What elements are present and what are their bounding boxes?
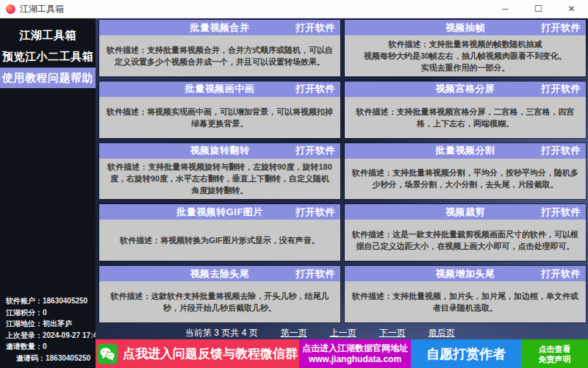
tool-card-video-to-gif: 批量视频转GIF图片 打开软件 软件描述：将视频转换为GIF图片形式显示，没有声…	[99, 204, 340, 261]
window-controls: ─ ☐ ✕	[489, 0, 588, 18]
wechat-group-label: 点我进入问题反馈与教程微信群	[123, 345, 298, 362]
tool-card-batch-split: 批量视频分割 打开软件 软件描述：支持批量将视频分割，平均分，按秒平均分，随机多…	[345, 143, 586, 200]
card-description: 软件描述：支持批量将视频宫格分屏，二宫格，三宫格，四宫格，上下左右，两端模糊。	[345, 97, 586, 138]
donate-author-button[interactable]: 自愿打赏作者	[411, 339, 521, 368]
account-info: 软件账户：18630405250 江湖积分：0 江湖地位：初出茅庐 上次登录：2…	[0, 295, 96, 368]
tool-card-rotate-flip: 视频旋转翻转 打开软件 软件描述：支持批量将视频旋转与翻转，左旋转90度，旋转1…	[99, 143, 340, 200]
card-header: 批量视频分割 打开软件	[345, 143, 586, 159]
window-title: 江湖工具箱	[20, 3, 489, 15]
open-software-button[interactable]: 打开软件	[295, 204, 335, 220]
card-description: 软件描述：支持批量将视频分割，平均分，按秒平均分，随机多少秒分，场景分割，大小分…	[345, 159, 586, 200]
card-header: 视频裁剪 打开软件	[345, 204, 586, 220]
website-url: www.jianghudata.com	[309, 354, 401, 365]
sidebar-item-preview-toolbox[interactable]: 预览江小二工具箱	[0, 46, 96, 67]
wechat-icon	[97, 344, 118, 364]
main-area: 批量视频合并 打开软件 软件描述：支持批量将视频合并，合并方式顺序或随机，可以自…	[96, 18, 588, 368]
card-description: 软件描述：将视频实现画中画，可以增加背景，可以将视频扣掉绿幕更换背景。	[99, 97, 340, 138]
card-title: 批量视频画中画	[185, 82, 255, 95]
card-title: 视频抽帧	[445, 21, 485, 35]
card-description: 软件描述：支持批量视频，加片头，加片尾，加边框，单文件或者目录随机选取。	[345, 281, 586, 322]
tool-card-add-head-tail: 视频增加头尾 打开软件 软件描述：支持批量视频，加片头，加片尾，加边框，单文件或…	[345, 266, 586, 322]
page-status: 当前第 3 页共 4 页	[185, 327, 258, 339]
sidebar: 江湖工具箱 预览江小二工具箱 使用教程问题帮助 软件账户：18630405250…	[0, 18, 96, 368]
official-website-button[interactable]: 点击进入江湖数据官网地址 www.jianghudata.com	[299, 339, 411, 368]
open-software-button[interactable]: 打开软件	[541, 266, 581, 281]
account-id: 软件账户：18630405250	[6, 295, 96, 307]
card-header: 批量视频转GIF图片 打开软件	[99, 204, 340, 220]
card-title: 批量视频合并	[190, 21, 250, 35]
maximize-button[interactable]: ☐	[522, 0, 555, 18]
account-last-login: 上次登录：2024-09-27 17:49:29	[6, 330, 96, 342]
sidebar-item-tutorial-help[interactable]: 使用教程问题帮助	[0, 68, 96, 88]
sidebar-item-toolbox[interactable]: 江湖工具箱	[0, 25, 96, 46]
first-page-link[interactable]: 第一页	[281, 327, 307, 339]
card-header: 批量视频画中画 打开软件	[99, 82, 340, 97]
account-invite-count: 邀请数量：0	[6, 341, 96, 353]
account-points: 江湖积分：0	[6, 307, 96, 319]
card-description: 软件描述：将视频转换为GIF图片形式显示，没有声音。	[99, 220, 340, 261]
tool-card-grid-splitscreen: 视频宫格分屏 打开软件 软件描述：支持批量将视频宫格分屏，二宫格，三宫格，四宫格…	[345, 82, 586, 138]
minimize-button[interactable]: ─	[489, 0, 522, 18]
app-logo-icon	[6, 4, 15, 14]
card-header: 视频去除头尾 打开软件	[99, 266, 340, 281]
last-page-link[interactable]: 最后页	[429, 327, 455, 339]
open-software-button[interactable]: 打开软件	[295, 20, 335, 35]
card-header: 视频增加头尾 打开软件	[345, 266, 586, 281]
open-software-button[interactable]: 打开软件	[295, 143, 335, 159]
card-description: 软件描述：支持批量将视频旋转与翻转，左旋转90度，旋转180度，右旋转90度，水…	[99, 159, 340, 200]
open-software-button[interactable]: 打开软件	[541, 204, 581, 220]
window-body: 江湖工具箱 预览江小二工具箱 使用教程问题帮助 软件账户：18630405250…	[0, 18, 588, 368]
card-description: 软件描述：支持批量将视频合并，合并方式顺序或随机，可以自定义设置多少个视频合并成…	[99, 35, 340, 76]
disclaimer-button[interactable]: 点击查看 免责声明	[521, 339, 588, 368]
open-software-button[interactable]: 打开软件	[541, 82, 581, 97]
disclaimer-label-line1: 点击查看	[539, 344, 571, 354]
card-title: 批量视频分割	[436, 144, 495, 157]
card-header: 视频旋转翻转 打开软件	[99, 143, 340, 159]
tool-card-trim-head-tail: 视频去除头尾 打开软件 软件描述：这款软件支持批量将视频去除，开头几秒，结尾几秒…	[99, 266, 340, 322]
prev-page-link[interactable]: 上一页	[330, 327, 356, 339]
open-software-button[interactable]: 打开软件	[295, 82, 335, 97]
website-label-line1: 点击进入江湖数据官网地址	[302, 343, 408, 354]
card-title: 视频去除头尾	[190, 267, 250, 281]
sidebar-nav: 江湖工具箱 预览江小二工具箱 使用教程问题帮助	[0, 18, 96, 89]
tool-card-batch-merge: 批量视频合并 打开软件 软件描述：支持批量将视频合并，合并方式顺序或随机，可以自…	[99, 20, 340, 76]
tool-card-grid: 批量视频合并 打开软件 软件描述：支持批量将视频合并，合并方式顺序或随机，可以自…	[96, 18, 588, 326]
tool-card-frame-extract: 视频抽帧 打开软件 软件描述：支持批量将视频的帧数随机抽减 视频每秒大约是30帧…	[345, 20, 586, 76]
card-title: 视频增加头尾	[436, 267, 495, 281]
account-rank: 江湖地位：初出茅庐	[6, 318, 96, 330]
open-software-button[interactable]: 打开软件	[541, 20, 581, 35]
card-description: 软件描述：这款软件支持批量将视频去除，开头几秒，结尾几秒，片段开始几秒后截取几秒…	[99, 281, 340, 322]
donate-label: 自愿打赏作者	[426, 345, 506, 363]
card-header: 视频宫格分屏 打开软件	[345, 82, 586, 97]
title-bar: 江湖工具箱 ─ ☐ ✕	[0, 0, 588, 18]
open-software-button[interactable]: 打开软件	[541, 143, 581, 159]
card-title: 视频宫格分屏	[436, 82, 495, 95]
card-description: 软件描述：这是一款支持批量裁剪视频画面尺寸的软件，可以根据自己定义边距大小，在视…	[345, 220, 586, 261]
open-software-button[interactable]: 打开软件	[295, 266, 335, 281]
tool-card-picture-in-picture: 批量视频画中画 打开软件 软件描述：将视频实现画中画，可以增加背景，可以将视频扣…	[99, 82, 340, 138]
pagination: 当前第 3 页共 4 页 第一页 上一页 下一页 最后页	[96, 326, 588, 339]
card-description: 软件描述：支持批量将视频的帧数随机抽减 视频每秒大约是30帧左右，抽几帧视频肉眼…	[345, 35, 586, 76]
card-title: 批量视频转GIF图片	[176, 206, 263, 219]
account-invite-code: 邀请码：18630405250	[6, 353, 96, 364]
card-title: 视频旋转翻转	[190, 144, 250, 157]
card-header: 批量视频合并 打开软件	[99, 20, 340, 35]
close-button[interactable]: ✕	[555, 0, 588, 18]
wechat-group-button[interactable]: 点我进入问题反馈与教程微信群	[96, 339, 299, 368]
next-page-link[interactable]: 下一页	[379, 327, 406, 339]
card-header: 视频抽帧 打开软件	[345, 20, 586, 35]
disclaimer-label-line2: 免责声明	[539, 354, 571, 364]
card-title: 视频裁剪	[445, 206, 485, 219]
footer-bar: 点我进入问题反馈与教程微信群 点击进入江湖数据官网地址 www.jianghud…	[96, 339, 588, 368]
tool-card-video-crop: 视频裁剪 打开软件 软件描述：这是一款支持批量裁剪视频画面尺寸的软件，可以根据自…	[345, 204, 586, 261]
